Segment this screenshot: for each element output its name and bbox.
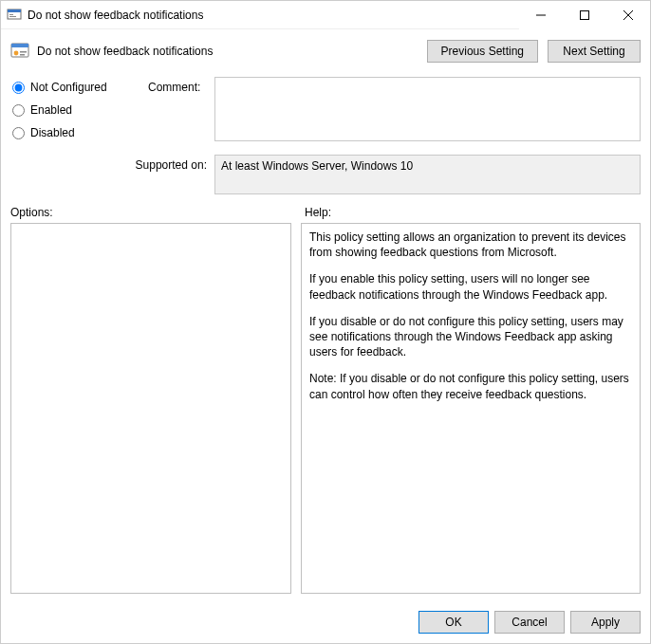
help-label: Help: [295, 206, 641, 219]
svg-rect-1 [8, 9, 21, 12]
radio-disabled-label: Disabled [30, 126, 75, 139]
window-title: Do not show feedback notifications [28, 9, 203, 22]
radio-not-configured[interactable]: Not Configured [10, 81, 148, 94]
maximize-button[interactable] [563, 1, 606, 29]
minimize-button[interactable] [519, 1, 563, 29]
heading-bar: Do not show feedback notifications Previ… [1, 29, 650, 73]
radio-disabled-input[interactable] [12, 127, 25, 139]
previous-setting-button[interactable]: Previous Setting [427, 40, 538, 63]
cancel-button[interactable]: Cancel [494, 611, 565, 634]
svg-rect-9 [11, 44, 28, 47]
radio-not-configured-input[interactable] [12, 82, 25, 94]
supported-on-label: Supported on: [10, 155, 214, 172]
svg-point-10 [14, 51, 19, 56]
apply-button[interactable]: Apply [570, 611, 641, 634]
options-label: Options: [10, 206, 295, 219]
options-panel [10, 223, 291, 594]
columns: This policy setting allows an organizati… [1, 223, 650, 601]
policy-icon [7, 8, 22, 23]
ok-button[interactable]: OK [418, 611, 489, 634]
dialog-footer: OK Cancel Apply [1, 601, 650, 643]
state-radio-group: Not Configured Enabled Disabled [10, 77, 148, 149]
help-paragraph: This policy setting allows an organizati… [309, 230, 632, 260]
help-paragraph: If you enable this policy setting, users… [309, 271, 632, 302]
svg-rect-3 [9, 16, 16, 17]
close-button[interactable] [606, 1, 650, 29]
help-paragraph: If you disable or do not configure this … [309, 314, 632, 360]
supported-row: Supported on: At least Windows Server, W… [1, 149, 650, 194]
supported-on-value: At least Windows Server, Windows 10 [221, 159, 413, 173]
svg-rect-11 [20, 51, 27, 53]
policy-heading-icon [10, 42, 29, 61]
comment-field[interactable] [214, 77, 641, 141]
supported-on-field: At least Windows Server, Windows 10 [214, 155, 641, 194]
next-setting-button[interactable]: Next Setting [548, 40, 641, 63]
svg-rect-12 [20, 54, 25, 56]
heading-text: Do not show feedback notifications [37, 45, 213, 58]
radio-enabled-label: Enabled [30, 103, 72, 117]
help-panel: This policy setting allows an organizati… [301, 223, 641, 594]
radio-disabled[interactable]: Disabled [10, 126, 148, 139]
radio-enabled[interactable]: Enabled [10, 103, 148, 117]
svg-rect-2 [9, 14, 13, 15]
config-row: Not Configured Enabled Disabled Comment: [1, 73, 650, 149]
radio-not-configured-label: Not Configured [30, 81, 107, 94]
comment-label: Comment: [148, 77, 214, 149]
help-paragraph: Note: If you disable or do not configure… [309, 371, 632, 401]
columns-header: Options: Help: [1, 194, 650, 223]
titlebar: Do not show feedback notifications [1, 1, 650, 29]
svg-rect-5 [581, 10, 589, 19]
radio-enabled-input[interactable] [12, 104, 25, 117]
